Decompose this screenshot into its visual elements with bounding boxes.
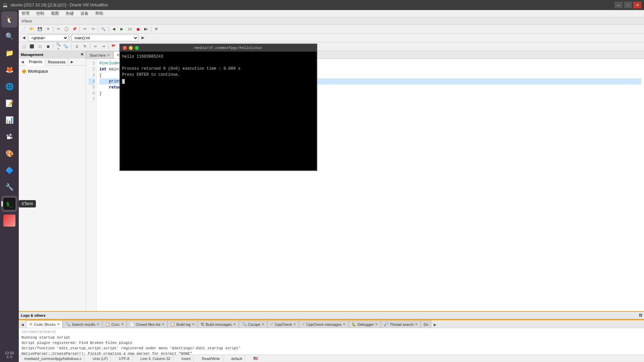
bottom-tab-search-results[interactable]: 🔍 Search results ✕ xyxy=(63,320,102,328)
tb-settings[interactable]: ⚙ xyxy=(153,26,160,33)
xterm-app-icon: $_ xyxy=(3,198,15,210)
bottom-content[interactable]: IncrementalSearch Running startup script… xyxy=(19,328,644,355)
taskbar-writer[interactable]: 📝 xyxy=(1,95,17,111)
bottom-tab-cppcheck[interactable]: ✓ CppCheck ✕ xyxy=(267,320,299,328)
tb-undo[interactable]: ↩ xyxy=(81,26,89,33)
tb-find[interactable]: 🔍 xyxy=(100,26,107,33)
taskbar-settings[interactable]: 🔧 xyxy=(1,179,17,195)
bottom-tab-build-log[interactable]: 📋 Build log ✕ xyxy=(167,320,198,328)
sym-arr-right[interactable]: ⇒ xyxy=(100,43,107,50)
menu-view[interactable]: 视图 xyxy=(50,10,60,17)
management-close-icon[interactable]: ✕ xyxy=(80,52,84,57)
term-maximize-btn[interactable] xyxy=(135,46,139,50)
title-bar: 💻 ubuntu (2017.10.19) [正在运行] - Oracle VM… xyxy=(0,0,644,10)
menu-help[interactable]: 帮助 xyxy=(94,10,105,17)
workspace-tree: 🔶 Workspace xyxy=(19,66,86,77)
tb-build-next[interactable]: ▶| xyxy=(142,26,150,33)
bottom-tab-cs-close[interactable]: ✕ xyxy=(262,322,264,326)
mgmt-tab-projects[interactable]: Projects xyxy=(26,58,45,66)
title-bar-left: 💻 ubuntu (2017.10.19) [正在运行] - Oracle VM… xyxy=(3,2,108,8)
tb-next-scope[interactable]: ▶ xyxy=(139,35,147,41)
menu-control[interactable]: 控制 xyxy=(35,10,46,17)
tb-open-file[interactable]: 📂 xyxy=(28,26,36,33)
bottom-tab-cb-close[interactable]: ✕ xyxy=(57,322,60,326)
tb-cut[interactable]: ✂ xyxy=(55,26,62,33)
bottom-tab-sr-close[interactable]: ✕ xyxy=(97,322,99,326)
taskbar-draw[interactable]: 🎨 xyxy=(1,145,17,162)
bottom-tab-bm-close[interactable]: ✕ xyxy=(233,322,236,326)
bottom-tab-build-messages[interactable]: 🏗 Build messages ✕ xyxy=(198,320,239,328)
taskbar-chrome[interactable]: 🌐 xyxy=(1,78,17,95)
workspace-item[interactable]: 🔶 Workspace xyxy=(21,68,83,74)
bottom-tab-ts-close[interactable]: ✕ xyxy=(415,322,418,326)
mgmt-tab-resources[interactable]: Resources xyxy=(45,58,69,66)
bottom-tab-cccc[interactable]: 📋 Cccc ✕ xyxy=(102,320,126,328)
tab-start-here-close[interactable]: ✕ xyxy=(107,53,110,57)
bottom-tab-cf-close[interactable]: ✕ xyxy=(162,322,164,326)
tb-redo[interactable]: ↪ xyxy=(89,26,97,33)
sym-zoom-in[interactable]: 🔍+ xyxy=(55,43,62,50)
tb-new-file[interactable]: 📄 xyxy=(20,26,28,33)
terminal-line-2 xyxy=(122,60,315,66)
tb-save-file[interactable]: 💾 xyxy=(36,26,44,33)
tb-stop[interactable]: ⏹ xyxy=(134,26,142,33)
taskbar-blender[interactable]: 🔷 xyxy=(1,162,17,178)
taskbar-ubuntu[interactable]: 🐧 xyxy=(1,11,17,27)
term-close-btn[interactable] xyxy=(123,46,127,50)
maximize-button[interactable]: □ xyxy=(624,2,632,8)
bottom-tab-bl-close[interactable]: ✕ xyxy=(192,322,195,326)
bottom-panel-maximize[interactable]: ⊡ xyxy=(639,313,642,317)
sym-flag[interactable]: 🚩 xyxy=(110,43,117,50)
menu-manage[interactable]: 管理 xyxy=(20,10,31,17)
taskbar-calc[interactable]: 📊 xyxy=(1,112,17,128)
menu-device[interactable]: 设备 xyxy=(79,10,90,17)
status-encoding: UTF-8 xyxy=(116,355,132,362)
term-minimize-btn[interactable] xyxy=(129,46,133,50)
bottom-tab-debugger[interactable]: 🐛 Debugger ✕ xyxy=(348,320,381,328)
ide-body: Management ✕ ◀ Projects Resources ▶ 🔶 xyxy=(19,51,644,311)
taskbar-files[interactable]: 📁 xyxy=(1,45,17,61)
close-button[interactable]: ✕ xyxy=(633,2,641,8)
taskbar-impress[interactable]: 📽 xyxy=(1,129,17,145)
global-selector[interactable]: <global> xyxy=(28,35,68,41)
menu-hotkey[interactable]: 热键 xyxy=(64,10,75,17)
bottom-tabs-prev[interactable]: ◀ xyxy=(19,321,26,328)
bottom-tab-ck-close[interactable]: ✕ xyxy=(293,322,296,326)
taskbar-red[interactable] xyxy=(1,213,17,229)
tb-copy[interactable]: 📋 xyxy=(63,26,70,33)
sym-zoom-out[interactable]: 🔍- xyxy=(63,43,70,50)
bottom-tabs-next[interactable]: ▶ xyxy=(431,321,439,328)
sym-btn-3[interactable]: ◻ xyxy=(36,43,44,50)
taskbar-firefox[interactable]: 🦊 xyxy=(1,62,17,78)
sym-arr-left[interactable]: ⇐ xyxy=(92,43,99,50)
taskbar-search[interactable]: 🔍 xyxy=(1,28,17,44)
tb-prev-scope[interactable]: ◀ xyxy=(20,35,28,41)
tab-start-here[interactable]: Start here ✕ xyxy=(86,51,113,59)
sym-refresh[interactable]: ↻ xyxy=(81,43,89,50)
tb-run[interactable]: ▶ xyxy=(118,26,125,33)
tb-run-step[interactable]: ▷| xyxy=(126,26,133,33)
sym-italic[interactable]: S xyxy=(73,43,80,50)
mgmt-next-btn[interactable]: ▶ xyxy=(68,59,76,65)
tb-build-prev[interactable]: ◀ xyxy=(110,26,117,33)
status-line-ending: Unix (LF) xyxy=(90,355,111,362)
terminal-body[interactable]: hello 11603005243 Process returned 0 (0x… xyxy=(120,52,317,88)
function-selector[interactable]: main():int xyxy=(71,35,139,41)
sym-btn-2[interactable]: ⬛ xyxy=(28,43,36,50)
bottom-tab-cppcheck-msg[interactable]: ✓ CppCheck messages ✕ xyxy=(299,320,348,328)
mgmt-prev-btn[interactable]: ◀ xyxy=(19,59,26,65)
bottom-tab-cm-close[interactable]: ✕ xyxy=(343,322,345,326)
bottom-tab-do[interactable]: Do xyxy=(421,320,431,328)
sym-btn-4[interactable]: ◼ xyxy=(44,43,52,50)
bottom-tab-closed-files[interactable]: 📄 Closed files list ✕ xyxy=(127,320,167,328)
bottom-tab-thread-search[interactable]: 🔎 Thread search ✕ xyxy=(381,320,421,328)
bottom-tab-cscope[interactable]: 🔍 Cscope ✕ xyxy=(239,320,267,328)
tb-close-file[interactable]: ✕ xyxy=(44,26,52,33)
taskbar-xterm[interactable]: $_ XTerm xyxy=(1,196,17,212)
minimize-button[interactable]: — xyxy=(614,2,623,8)
bottom-tab-db-close[interactable]: ✕ xyxy=(375,322,378,326)
tb-paste[interactable]: 📌 xyxy=(71,26,78,33)
bottom-tab-codeblocks[interactable]: ⚙ Code::Blocks ✕ xyxy=(26,320,63,328)
sym-btn-1[interactable]: ⬜ xyxy=(20,43,28,50)
bottom-tab-cc-close[interactable]: ✕ xyxy=(121,322,124,326)
